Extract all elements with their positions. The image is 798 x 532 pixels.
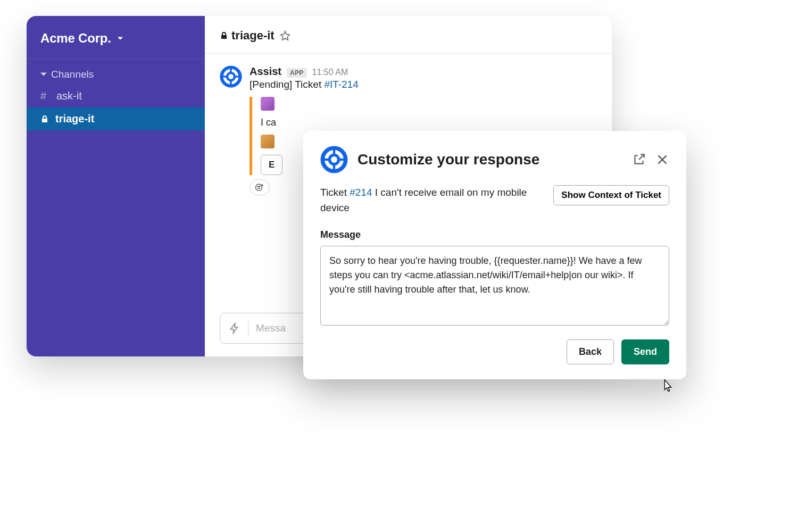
svg-point-1: [227, 73, 235, 80]
message-timestamp: 11:50 AM: [312, 68, 348, 77]
show-context-button[interactable]: Show Context of Ticket: [553, 185, 669, 205]
caret-down-icon: [40, 71, 47, 78]
workspace-switcher[interactable]: Acme Corp.: [27, 16, 205, 59]
channel-label: ask-it: [56, 90, 82, 102]
attachment-action-button[interactable]: E: [261, 155, 282, 175]
back-button[interactable]: Back: [567, 339, 614, 364]
sidebar: Acme Corp. Channels # ask-it triage-it: [27, 16, 205, 356]
message-label: Message: [320, 229, 669, 240]
hash-icon: #: [40, 90, 50, 102]
channels-section-toggle[interactable]: Channels: [27, 59, 205, 85]
ticket-link[interactable]: #214: [350, 187, 372, 198]
smile-plus-icon: [255, 182, 264, 192]
channel-title[interactable]: triage-it: [220, 29, 275, 43]
assignee-avatar: [261, 135, 275, 148]
customize-response-modal: Customize your response Ticket #214 I ca…: [303, 131, 686, 379]
send-button[interactable]: Send: [621, 339, 669, 364]
channel-name: triage-it: [231, 29, 275, 43]
star-icon[interactable]: [280, 30, 290, 41]
lock-icon: [40, 115, 49, 123]
channel-header: triage-it: [205, 16, 612, 54]
modal-title: Customize your response: [358, 151, 622, 168]
message-textarea[interactable]: So sorry to hear you're having trouble, …: [320, 246, 669, 326]
close-icon[interactable]: [655, 153, 669, 167]
message-text-prefix: [Pending] Ticket: [250, 79, 324, 90]
assist-avatar-icon: [320, 146, 348, 173]
add-reaction-button[interactable]: [250, 179, 270, 195]
message-text: [Pending] Ticket #IT-214: [250, 79, 597, 90]
cursor-pointer-icon: [660, 379, 676, 395]
composer-placeholder: Messa: [256, 322, 286, 334]
message-sender: Assist: [250, 65, 281, 78]
sidebar-item-triage-it[interactable]: triage-it: [27, 107, 205, 130]
popout-icon[interactable]: [632, 153, 646, 167]
bolt-icon[interactable]: [229, 322, 240, 334]
channel-label: triage-it: [55, 113, 94, 125]
sidebar-item-ask-it[interactable]: # ask-it: [27, 85, 205, 107]
attachment-text: I ca: [261, 117, 597, 128]
divider: [248, 321, 248, 336]
requester-avatar: [261, 97, 275, 111]
svg-point-8: [259, 186, 260, 187]
ticket-prefix: Ticket: [320, 187, 350, 198]
lock-icon: [220, 31, 228, 40]
app-badge: APP: [287, 68, 307, 78]
workspace-name: Acme Corp.: [40, 31, 111, 46]
ticket-summary: Ticket #214 I can't receive email on my …: [320, 185, 544, 215]
chevron-down-icon: [117, 35, 124, 42]
channels-section-label: Channels: [51, 69, 94, 80]
svg-point-10: [329, 155, 338, 164]
svg-point-7: [257, 186, 259, 187]
ticket-link[interactable]: #IT-214: [324, 79, 358, 90]
assist-avatar-icon: [220, 65, 242, 88]
